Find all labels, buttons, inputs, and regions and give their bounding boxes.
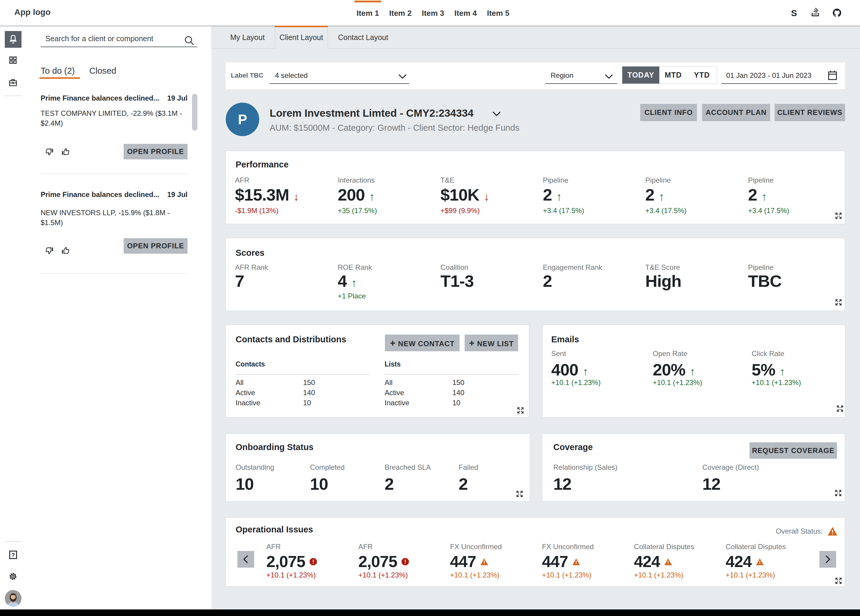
svg-text:?: ?: [11, 552, 15, 558]
